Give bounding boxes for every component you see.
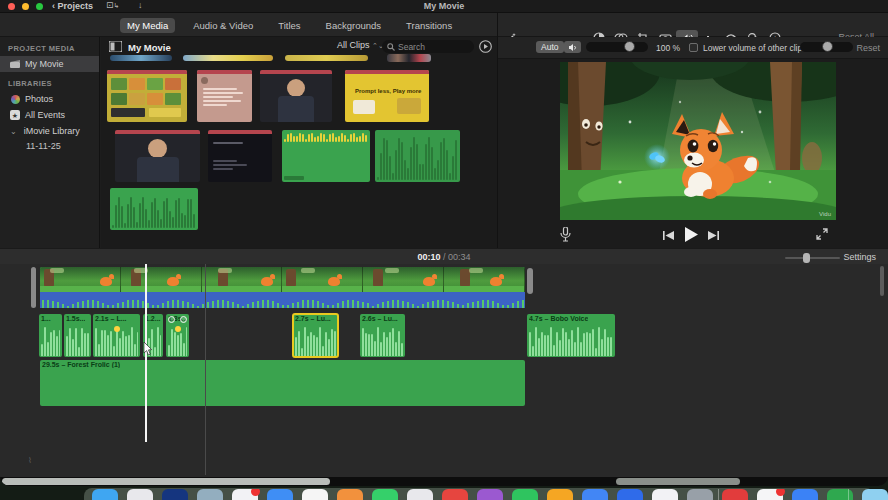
tab-audio-video[interactable]: Audio & Video	[186, 18, 260, 33]
notification-badge	[776, 489, 785, 496]
sidebar-label: iMovie Library	[24, 126, 80, 136]
timeline-audio-clip[interactable]: 2.7s – Lu...	[293, 314, 338, 357]
media-thumb-person[interactable]	[115, 130, 200, 182]
timeline-audio-clip[interactable]: 1.5s...	[64, 314, 91, 357]
tab-my-media[interactable]: My Media	[120, 18, 175, 33]
preview-image[interactable]: Vidu	[560, 62, 836, 220]
scrollbar-handle[interactable]	[2, 478, 330, 485]
forward-circle-icon[interactable]	[479, 40, 492, 55]
window-title: My Movie	[0, 1, 888, 11]
slide-text: Prompt less, Play more	[355, 88, 421, 94]
sidebar-item-all-events[interactable]: ★ All Events	[0, 107, 99, 123]
sidebar-item-photos[interactable]: Photos	[0, 91, 99, 107]
media-thumb-slide[interactable]: Prompt less, Play more	[345, 70, 429, 122]
star-square-icon: ★	[10, 110, 20, 120]
timeline-audio-clip[interactable]: 2.6s – Lu...	[360, 314, 405, 357]
media-thumb-terminal[interactable]	[208, 130, 272, 182]
dock-app-icon[interactable]	[92, 489, 118, 500]
media-thumb-audio-green[interactable]	[375, 130, 460, 182]
play-icon[interactable]	[684, 227, 698, 244]
media-strip-thumb[interactable]	[387, 54, 431, 62]
media-strip-thumb[interactable]	[285, 55, 368, 61]
project-media-header: PROJECT MEDIA	[0, 37, 99, 56]
dock-app-icon[interactable]	[197, 489, 223, 500]
skip-forward-icon[interactable]	[708, 231, 719, 242]
all-clips-filter[interactable]: All Clips ⌃⌄	[337, 40, 384, 50]
lower-volume-slider[interactable]	[800, 42, 853, 52]
volume-slider-knob[interactable]	[624, 41, 635, 52]
timeline-audio-clip[interactable]: 1...	[39, 314, 62, 357]
timeline-audio-clip[interactable]: 2.1s – L...	[93, 314, 140, 357]
tab-backgrounds[interactable]: Backgrounds	[319, 18, 388, 33]
chevron-down-icon[interactable]: ⌄	[10, 127, 17, 136]
media-thumb-collage[interactable]	[107, 70, 187, 122]
dock-app-icon[interactable]	[302, 489, 328, 500]
timeline-zoom-knob[interactable]	[803, 253, 810, 263]
lower-volume-checkbox[interactable]	[689, 43, 698, 52]
dock-app-icon[interactable]	[547, 489, 573, 500]
sidebar-item-imovie-library[interactable]: ⌄ iMovie Library	[0, 123, 99, 139]
clip-label: 2.6s – Lu...	[362, 315, 398, 322]
timeline-empty-glyph: ⌇	[28, 456, 32, 465]
dock-app-icon[interactable]	[687, 489, 713, 500]
title-bar: ‹ Projects ⊡↳ ↓ My Movie	[0, 0, 888, 13]
dock-app-icon[interactable]	[652, 489, 678, 500]
microphone-icon[interactable]	[560, 227, 571, 244]
timeline-audio-clip[interactable]: 4.7s – Bobo Voice	[527, 314, 615, 357]
search-field[interactable]: Search	[382, 40, 474, 53]
dock-app-icon[interactable]	[442, 489, 468, 500]
libraries-header: LIBRARIES	[0, 72, 99, 91]
tab-transitions[interactable]: Transitions	[399, 18, 459, 33]
media-thumb-audio-clip[interactable]	[110, 188, 198, 230]
sidebar-item-my-movie[interactable]: My Movie	[0, 56, 99, 72]
dock-app-icon[interactable]	[862, 489, 888, 500]
dock-app-icon[interactable]	[582, 489, 608, 500]
dock-app-icon[interactable]	[267, 489, 293, 500]
media-strip-thumb[interactable]	[183, 55, 273, 61]
reset-button[interactable]: Reset	[856, 43, 880, 53]
dock-app-icon[interactable]	[407, 489, 433, 500]
media-thumb-document[interactable]	[197, 70, 252, 122]
dock-app-icon[interactable]	[722, 489, 748, 500]
sidebar-toggle-icon[interactable]	[109, 41, 122, 54]
tab-titles[interactable]: Titles	[271, 18, 307, 33]
sidebar-item-event[interactable]: 11-11-25	[0, 139, 99, 151]
clip-label: 2.7s – Lu...	[295, 315, 331, 322]
dock-app-icon[interactable]	[372, 489, 398, 500]
dock-app-icon[interactable]	[757, 489, 783, 500]
settings-button[interactable]: Settings	[843, 252, 876, 262]
lower-volume-knob[interactable]	[822, 41, 833, 52]
speaker-mute-button[interactable]	[564, 41, 581, 53]
dock-app-icon[interactable]	[337, 489, 363, 500]
fade-handle[interactable]	[180, 316, 187, 323]
clip-label: 1.5s...	[66, 315, 85, 322]
media-thumb-person[interactable]	[260, 70, 332, 122]
dock-app-icon[interactable]	[477, 489, 503, 500]
skip-back-icon[interactable]	[663, 231, 674, 242]
media-thumb-audio-yellow[interactable]	[282, 130, 370, 182]
dock-app-icon[interactable]	[127, 489, 153, 500]
media-strip-thumb[interactable]	[110, 55, 172, 61]
search-icon	[387, 43, 395, 51]
duration: 00:34	[448, 252, 471, 262]
dock-app-icon[interactable]	[162, 489, 188, 500]
horizontal-scrollbar[interactable]	[0, 477, 888, 486]
auto-volume-button[interactable]: Auto	[536, 41, 564, 53]
sidebar-label: All Events	[25, 110, 65, 120]
dock-app-icon[interactable]	[512, 489, 538, 500]
dock-app-icon[interactable]	[232, 489, 258, 500]
background-music-clip[interactable]: 29.5s – Forest Frolic (1)	[40, 360, 525, 406]
dock-app-icon[interactable]	[792, 489, 818, 500]
timeline-zoom-slider[interactable]	[785, 257, 840, 259]
scrollbar-handle[interactable]	[616, 478, 740, 485]
timeline-audio-clip[interactable]: 1.8s...	[166, 314, 189, 357]
vertical-scrollbar[interactable]	[880, 266, 884, 296]
notification-badge	[251, 489, 260, 496]
dock-app-icon[interactable]	[617, 489, 643, 500]
volume-controls-row: Auto 100 % Lower volume of other clips: …	[498, 37, 888, 59]
fade-handle[interactable]	[168, 316, 175, 323]
vidu-watermark: Vidu	[819, 211, 831, 217]
volume-slider[interactable]	[586, 42, 648, 52]
fullscreen-icon[interactable]	[816, 228, 828, 242]
dock-app-icon[interactable]	[827, 489, 853, 500]
